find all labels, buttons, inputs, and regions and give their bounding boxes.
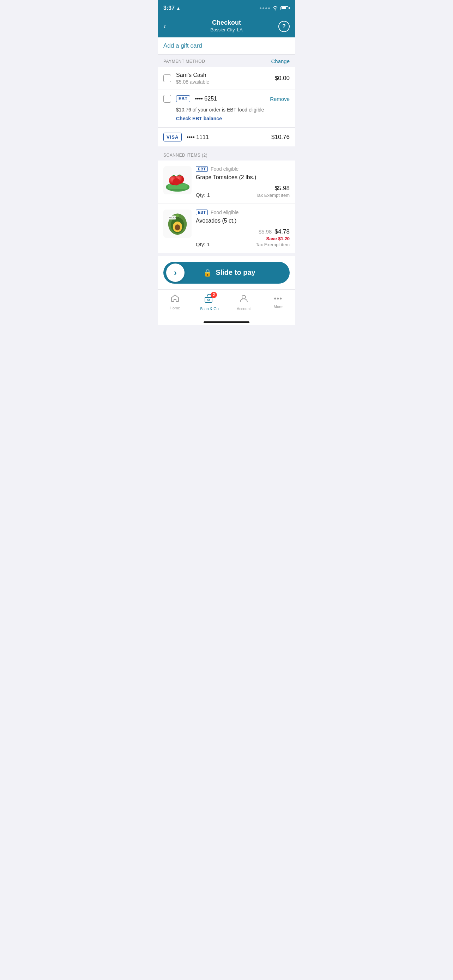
item-ebt-badge: EBT <box>196 166 208 172</box>
nav-scan-go-label: Scan & Go <box>200 307 219 311</box>
header-subtitle: Bossier City, LA <box>179 27 274 32</box>
lock-icon: 🔒 <box>203 269 212 277</box>
item-price-block-avocados: $5.98 $4.78 Save $1.20 Tax Exempt item <box>256 228 290 247</box>
sams-cash-amount: $0.00 <box>275 75 290 82</box>
nav-scan-go[interactable]: 2 Scan & Go <box>192 293 227 312</box>
sams-cash-row: Sam's Cash $5.08 available $0.00 <box>158 67 295 90</box>
bottom-nav: Home 2 Scan & Go Account ••• Mo <box>158 289 295 319</box>
item-qty-avocados: Qty: 1 <box>196 241 210 247</box>
item-save-avocados: Save $1.20 <box>256 236 290 241</box>
svg-point-14 <box>175 225 180 231</box>
status-time: 3:37 ▲ <box>163 5 181 11</box>
visa-row: VISA •••• 1111 $10.76 <box>158 128 295 149</box>
item-details-tomatoes: EBT Food eligible Grape Tomatoes (2 lbs.… <box>196 166 290 198</box>
scan-go-badge: 2 <box>211 292 217 298</box>
item-food-eligible: Food eligible <box>211 166 238 172</box>
item-sale-price-avocados: $4.78 <box>275 228 290 235</box>
status-bar: 3:37 ▲ <box>158 0 295 16</box>
home-indicator <box>158 319 295 325</box>
nav-account[interactable]: Account <box>227 293 261 312</box>
svg-rect-18 <box>205 298 212 302</box>
ebt-badge: EBT <box>176 95 190 102</box>
ebt-eligible-text: $10.76 of your order is EBT food eligibl… <box>176 107 264 113</box>
account-icon <box>239 294 248 305</box>
header: ‹ Checkout Bossier City, LA ? <box>158 16 295 37</box>
payment-method-header: PAYMENT METHOD Change <box>158 55 295 67</box>
item-ebt-badge-avocado: EBT <box>196 210 208 215</box>
chevron-right-icon: › <box>174 268 177 278</box>
ebt-remove-button[interactable]: Remove <box>270 96 290 102</box>
help-button[interactable]: ? <box>278 21 290 32</box>
ebt-info: $10.76 of your order is EBT food eligibl… <box>163 106 290 123</box>
tomatoes-icon <box>164 168 191 192</box>
gift-card-link[interactable]: Add a gift card <box>163 42 202 49</box>
ebt-row: EBT •••• 6251 Remove $10.76 of your orde… <box>158 90 295 128</box>
slide-label: 🔒 Slide to pay <box>184 269 281 277</box>
avocado-icon: AVOCADO <box>165 210 190 237</box>
nav-home-label: Home <box>170 306 180 310</box>
item-tax-exempt-avocados: Tax Exempt item <box>256 242 290 247</box>
item-details-avocados: EBT Food eligible Avocados (5 ct.) Qty: … <box>196 210 290 247</box>
sams-cash-info: Sam's Cash $5.08 available <box>176 72 270 85</box>
item-original-price-avocados: $5.98 <box>259 229 272 235</box>
slide-thumb[interactable]: › <box>166 264 184 282</box>
ebt-checkbox[interactable] <box>163 95 171 103</box>
nav-home[interactable]: Home <box>158 293 192 312</box>
item-price-block-tomatoes: $5.98 Tax Exempt item <box>256 185 290 198</box>
item-food-eligible-avocado: Food eligible <box>211 210 238 215</box>
item-name-avocados: Avocados (5 ct.) <box>196 217 290 225</box>
signal-icon <box>260 7 270 9</box>
item-row: AVOCADO EBT Food eligible Avocados (5 ct… <box>158 204 295 256</box>
nav-account-label: Account <box>237 307 251 311</box>
ebt-card-number: •••• 6251 <box>195 95 265 102</box>
battery-icon <box>280 6 290 10</box>
item-row: EBT Food eligible Grape Tomatoes (2 lbs.… <box>158 161 295 204</box>
scanned-items-header: SCANNED ITEMS (2) <box>158 149 295 161</box>
home-indicator-bar <box>203 321 250 323</box>
ebt-balance-link[interactable]: Check EBT balance <box>176 115 290 123</box>
visa-amount: $10.76 <box>271 134 290 141</box>
page-title: Checkout <box>179 19 274 27</box>
svg-point-19 <box>208 299 210 301</box>
gift-card-section: Add a gift card <box>158 37 295 55</box>
scan-go-icon: 2 <box>204 294 214 305</box>
svg-text:AVOCADO: AVOCADO <box>169 217 179 219</box>
svg-point-23 <box>242 295 246 299</box>
svg-point-6 <box>173 178 180 186</box>
sams-cash-checkbox[interactable] <box>163 75 171 82</box>
payment-method-label: PAYMENT METHOD <box>163 59 205 64</box>
item-price-tomatoes: $5.98 <box>256 185 290 192</box>
slide-to-pay-section: › 🔒 Slide to pay <box>158 256 295 289</box>
item-name-tomatoes: Grape Tomatoes (2 lbs.) <box>196 174 290 181</box>
status-icons <box>260 6 290 11</box>
visa-badge: VISA <box>163 133 182 142</box>
nav-more-label: More <box>274 304 283 309</box>
home-icon <box>170 294 180 304</box>
wifi-icon <box>272 6 278 11</box>
sams-cash-available: $5.08 available <box>176 79 270 85</box>
item-image-tomatoes <box>163 166 192 194</box>
item-tax-exempt-tomatoes: Tax Exempt item <box>256 192 290 198</box>
sams-cash-name: Sam's Cash <box>176 72 270 78</box>
change-payment-button[interactable]: Change <box>271 58 290 64</box>
back-button[interactable]: ‹ <box>163 22 166 31</box>
item-image-avocados: AVOCADO <box>163 210 192 238</box>
location-icon: ▲ <box>176 6 181 11</box>
nav-more[interactable]: ••• More <box>261 293 296 312</box>
slide-to-pay-track[interactable]: › 🔒 Slide to pay <box>163 262 290 284</box>
item-qty-tomatoes: Qty: 1 <box>196 192 210 198</box>
scanned-items-label: SCANNED ITEMS (2) <box>163 153 207 158</box>
more-icon: ••• <box>274 294 282 303</box>
visa-card-number: •••• 1111 <box>187 134 266 140</box>
